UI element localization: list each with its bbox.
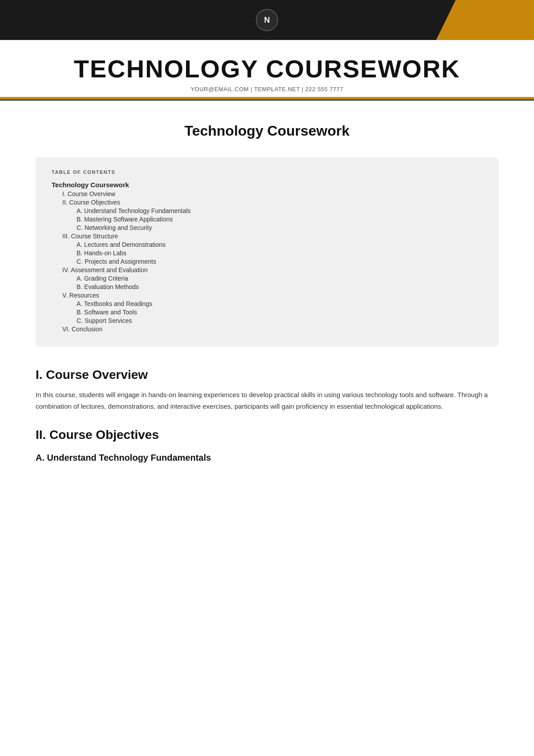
title-band: TECHNOLOGY COURSEWORK YOUR@EMAIL.COM | T…: [0, 40, 534, 97]
doc-title: Technology Coursework: [36, 123, 498, 139]
section-2-heading: II. Course Objectives: [36, 428, 498, 442]
contact-bar: YOUR@EMAIL.COM | TEMPLATE.NET | 222 555 …: [36, 83, 498, 92]
section-course-overview: I. Course Overview In this course, stude…: [36, 368, 498, 412]
toc-item-4b: B. Evaluation Methods: [77, 283, 482, 290]
main-content: Technology Coursework TABLE OF CONTENTS …: [0, 101, 534, 506]
logo-text: N: [264, 16, 270, 25]
toc-item-4a: A. Grading Criteria: [77, 275, 482, 282]
toc-item-6: VI. Conclusion: [62, 326, 482, 333]
toc-item-2b: B. Mastering Software Applications: [77, 216, 482, 223]
toc-label: TABLE OF CONTENTS: [52, 169, 482, 175]
toc-item-3a: A. Lectures and Demonstrations: [77, 241, 482, 248]
toc-main-item: Technology Coursework: [52, 181, 482, 189]
toc-item-3: III. Course Structure: [62, 233, 482, 240]
header-right-accent: [436, 0, 534, 40]
toc-item-5a: A. Textbooks and Readings: [77, 300, 482, 307]
toc-item-4: IV. Assessment and Evaluation: [62, 266, 482, 273]
toc-item-5b: B. Software and Tools: [77, 309, 482, 316]
toc-item-2: II. Course Objectives: [62, 199, 482, 206]
section-1-body: In this course, students will engage in …: [36, 389, 498, 412]
section-1-heading: I. Course Overview: [36, 368, 498, 382]
toc-item-5c: C. Support Services: [77, 317, 482, 324]
toc-item-2a: A. Understand Technology Fundamentals: [77, 207, 482, 214]
toc-item-5: V. Resources: [62, 292, 482, 299]
section-2a-heading: A. Understand Technology Fundamentals: [36, 453, 498, 463]
page-header: N: [0, 0, 534, 40]
toc-item-2c: C. Networking and Security: [77, 224, 482, 231]
table-of-contents: TABLE OF CONTENTS Technology Coursework …: [36, 157, 498, 346]
header-left-accent: [0, 0, 98, 40]
section-course-objectives: II. Course Objectives A. Understand Tech…: [36, 428, 498, 463]
main-title: TECHNOLOGY COURSEWORK: [36, 54, 498, 83]
toc-item-3b: B. Hands-on Labs: [77, 249, 482, 257]
toc-item-3c: C. Projects and Assignments: [77, 258, 482, 265]
toc-item-1: I. Course Overview: [62, 190, 482, 197]
header-logo: N: [256, 9, 278, 31]
